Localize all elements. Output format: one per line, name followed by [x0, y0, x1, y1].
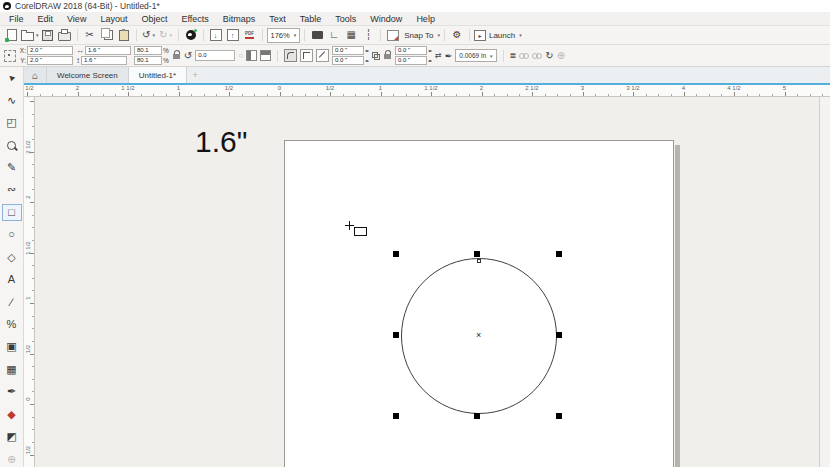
zoom-level-combo[interactable]: 176% ▾: [267, 28, 301, 43]
freehand-tool[interactable]: ✎: [2, 159, 22, 176]
chevron-down-icon[interactable]: ▾: [169, 32, 172, 38]
snap-preview-button[interactable]: [385, 27, 401, 43]
parallel-dimension-tool[interactable]: ∕: [2, 293, 22, 310]
show-grid-button[interactable]: ▦: [343, 27, 359, 43]
horizontal-ruler[interactable]: 2 1/221 1/211/201/211 1/222 1/233 1/244 …: [24, 85, 830, 97]
chamfer-field-1[interactable]: 0.0 ": [395, 46, 427, 55]
print-button[interactable]: [57, 27, 73, 43]
publish-pdf-button[interactable]: PDF: [242, 27, 258, 43]
mirror-vertical-button[interactable]: [260, 50, 271, 61]
selection-handle[interactable]: [556, 332, 562, 338]
scale-x-field[interactable]: 80.1: [134, 46, 162, 55]
fullscreen-preview-button[interactable]: [309, 27, 325, 43]
chevron-down-icon[interactable]: ▾: [152, 32, 155, 38]
crop-tool[interactable]: ◰: [2, 114, 22, 131]
x-position-field[interactable]: 2.0 ": [27, 46, 73, 55]
save-button[interactable]: [40, 27, 56, 43]
chevron-down-icon[interactable]: ▾: [294, 32, 297, 38]
interactive-fill-tool[interactable]: ◩: [2, 428, 22, 445]
menu-item-view[interactable]: View: [60, 14, 93, 24]
selection-handle[interactable]: [393, 413, 399, 419]
new-document-button[interactable]: [4, 27, 20, 43]
edit-corners-together-icon[interactable]: [372, 52, 380, 60]
drawing-canvas[interactable]: 1.6" ×: [35, 97, 830, 467]
menu-item-table[interactable]: Table: [293, 14, 329, 24]
object-height-field[interactable]: 1.6 ": [81, 56, 127, 65]
link-anchor-icon[interactable]: [532, 52, 542, 59]
drop-shadow-tool[interactable]: ▣: [2, 338, 22, 355]
wrap-text-button[interactable]: ≣: [510, 52, 517, 60]
import-button[interactable]: ↓: [208, 27, 224, 43]
transparency-tool[interactable]: ▦: [2, 361, 22, 378]
undo-button[interactable]: ↺▾: [141, 27, 157, 43]
selection-handle[interactable]: [556, 251, 562, 257]
artistic-media-tool[interactable]: ∾: [2, 181, 22, 198]
menu-item-help[interactable]: Help: [409, 14, 442, 24]
y-position-field[interactable]: 2.0 ": [27, 56, 73, 65]
lock-corners-button[interactable]: [383, 51, 392, 60]
mirror-horizontal-button[interactable]: [246, 50, 257, 61]
options-button[interactable]: ⚙: [449, 27, 465, 43]
swap-corners-icon[interactable]: ⇄: [435, 52, 442, 60]
redo-button[interactable]: ↻▾: [158, 27, 174, 43]
chamfer-field-2[interactable]: 0.0 ": [395, 56, 427, 65]
pick-tool[interactable]: ▲: [2, 69, 22, 86]
rectangle-tool[interactable]: □: [2, 204, 22, 221]
chevron-down-icon[interactable]: ▾: [36, 32, 39, 38]
menu-item-edit[interactable]: Edit: [31, 14, 61, 24]
search-content-button[interactable]: [183, 27, 199, 43]
menu-item-bitmaps[interactable]: Bitmaps: [216, 14, 263, 24]
menu-item-tools[interactable]: Tools: [328, 14, 363, 24]
lock-ratio-button[interactable]: [172, 51, 181, 60]
selection-handle[interactable]: [474, 251, 480, 257]
tab-untitled-1[interactable]: Untitled-1*: [129, 67, 187, 83]
vertical-ruler[interactable]: 32 1/221 1/211/201/2: [24, 97, 35, 467]
menu-item-object[interactable]: Object: [134, 14, 174, 24]
ellipse-tool[interactable]: ○: [2, 226, 22, 243]
menu-item-layout[interactable]: Layout: [93, 14, 134, 24]
new-tab-button[interactable]: +: [187, 67, 203, 83]
launch-button[interactable]: ▸ Launch ▾: [474, 27, 522, 43]
cut-button[interactable]: ✂: [82, 27, 98, 43]
link-icon[interactable]: [519, 52, 529, 59]
tab-welcome-screen[interactable]: Welcome Screen: [47, 67, 129, 83]
chevron-down-icon[interactable]: ▾: [490, 53, 493, 59]
selection-handle[interactable]: [393, 251, 399, 257]
paste-button[interactable]: [116, 27, 132, 43]
scalloped-corner-button[interactable]: [300, 49, 313, 62]
polygon-tool[interactable]: ◇: [2, 249, 22, 266]
convert-to-curves-button[interactable]: ↻: [545, 52, 553, 60]
welcome-home-icon[interactable]: ⌂: [24, 67, 47, 83]
stepper-icon[interactable]: ◂▸: [428, 58, 432, 63]
object-width-field[interactable]: 1.6 ": [85, 46, 131, 55]
rotation-angle-field[interactable]: 0.0: [195, 50, 235, 61]
chamfered-corner-button[interactable]: [316, 49, 329, 62]
eyedropper-tool[interactable]: ✒: [2, 383, 22, 400]
scale-y-field[interactable]: 80.1: [134, 56, 162, 65]
export-button[interactable]: ↑: [225, 27, 241, 43]
round-corner-button[interactable]: [284, 49, 297, 62]
zoom-tool[interactable]: [2, 136, 22, 153]
scrollbar-track[interactable]: [819, 97, 830, 467]
show-guidelines-button[interactable]: ┆: [360, 27, 376, 43]
outline-width-combo[interactable]: 0.0069 in ▾: [455, 49, 496, 62]
corner-radius-field-2[interactable]: 0.0 ": [332, 56, 364, 65]
smart-fill-tool[interactable]: ◆: [2, 406, 22, 423]
selection-handle[interactable]: [393, 332, 399, 338]
menu-item-text[interactable]: Text: [262, 14, 293, 24]
text-tool[interactable]: A: [2, 271, 22, 288]
stepper-icon[interactable]: ◂▸: [428, 48, 432, 53]
ellipse-node[interactable]: [477, 259, 481, 263]
menu-item-effects[interactable]: Effects: [174, 14, 215, 24]
stepper-icon[interactable]: ◂▸: [365, 48, 369, 53]
connector-tool[interactable]: %: [2, 316, 22, 333]
menu-item-file[interactable]: File: [2, 14, 31, 24]
open-button[interactable]: ▾: [21, 27, 39, 43]
snap-to-dropdown[interactable]: Snap To ▾: [402, 27, 440, 43]
selection-handle[interactable]: [556, 413, 562, 419]
show-rulers-button[interactable]: ∟: [326, 27, 342, 43]
shape-tool[interactable]: ∿: [2, 91, 22, 108]
menu-item-window[interactable]: Window: [363, 14, 409, 24]
stepper-icon[interactable]: ◂▸: [365, 58, 369, 63]
customize-tool[interactable]: ⊕: [2, 450, 22, 467]
